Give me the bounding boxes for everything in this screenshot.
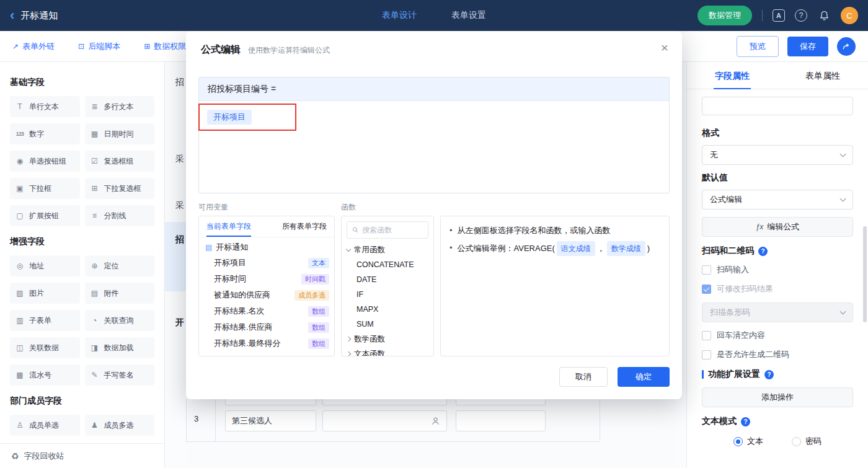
checkbox-box[interactable] xyxy=(702,265,711,275)
sidebar-item-location[interactable]: ⊕定位 xyxy=(85,255,155,276)
tab-all-form-fields[interactable]: 所有表单字段 xyxy=(282,216,327,237)
group-label: 常用函数 xyxy=(354,245,385,255)
avatar[interactable]: C xyxy=(841,7,858,24)
close-icon[interactable]: × xyxy=(661,41,668,54)
chevron-down-icon xyxy=(840,195,846,201)
function-group-common[interactable]: 常用函数 xyxy=(342,242,433,257)
help-icon[interactable]: ? xyxy=(795,9,807,22)
sidebar-item-datetime[interactable]: ▦日期时间 xyxy=(85,123,155,144)
item-label: 流水号 xyxy=(29,370,51,381)
data-manage-button[interactable]: 数据管理 xyxy=(698,6,752,25)
function-item-date[interactable]: DATE xyxy=(342,272,433,287)
sidebar-item-subform[interactable]: ▥子表单 xyxy=(10,310,80,331)
function-search[interactable] xyxy=(347,221,428,239)
field-title-input[interactable] xyxy=(702,97,853,115)
sidebar-item-signature[interactable]: ✎手写签名 xyxy=(85,364,155,386)
toolbar-item-backend-script[interactable]: ⊡ 后端脚本 xyxy=(78,41,120,52)
help-icon[interactable]: ? xyxy=(741,417,750,426)
radio-icon[interactable] xyxy=(792,437,801,446)
radio-password-mode[interactable]: 密码 xyxy=(792,436,822,447)
variable-field[interactable]: 开标结果.名次 数组 xyxy=(199,303,334,319)
section-accent-bar xyxy=(702,370,704,379)
formula-field-chip[interactable]: 开标项目 xyxy=(207,110,252,125)
tab-form-settings[interactable]: 表单设置 xyxy=(451,10,486,21)
sidebar-item-serial-number[interactable]: ▩流水号 xyxy=(10,364,80,386)
sidebar-item-member-multi[interactable]: ♟成员多选 xyxy=(85,415,155,436)
cancel-button[interactable]: 取消 xyxy=(559,367,608,387)
sidebar-item-data-load[interactable]: ◨数据加载 xyxy=(85,337,155,358)
save-button[interactable]: 保存 xyxy=(787,37,828,56)
table-border xyxy=(186,441,600,442)
sidebar-item-divider[interactable]: ≡分割线 xyxy=(85,205,155,226)
language-icon[interactable]: A xyxy=(773,9,785,22)
function-item-concatenate[interactable]: CONCATENATE xyxy=(342,257,433,272)
checkbox-enter-clear[interactable]: 回车清空内容 xyxy=(702,330,853,341)
chevron-right-icon xyxy=(346,337,351,342)
sidebar-item-multi-line-text[interactable]: ≣多行文本 xyxy=(85,96,155,117)
radio-selected-icon[interactable] xyxy=(733,437,743,446)
sidebar-item-dropdown[interactable]: ▣下拉框 xyxy=(10,178,80,199)
confirm-button[interactable]: 确定 xyxy=(618,367,670,387)
checkbox-scan-input[interactable]: 扫码输入 xyxy=(702,264,853,275)
sidebar-item-linked-query[interactable]: ◔关联查询 xyxy=(85,310,155,331)
edit-formula-button[interactable]: ƒx 编辑公式 xyxy=(702,217,853,237)
sidebar-item-image[interactable]: ▨图片 xyxy=(10,283,80,304)
checkbox-allow-qr[interactable]: 是否允许生成二维码 xyxy=(702,349,853,360)
sidebar-item-extend-button[interactable]: ▢扩展按钮 xyxy=(10,205,80,226)
add-action-button[interactable]: 添加操作 xyxy=(702,387,853,407)
variable-field[interactable]: 开标时间 时间戳 xyxy=(199,271,334,287)
formula-input-area[interactable]: 开标项目 xyxy=(199,101,669,193)
divider-icon: ≡ xyxy=(90,211,100,220)
variable-field[interactable]: 开标结果.最终得分 数组 xyxy=(199,335,334,351)
back-icon[interactable]: ‹ xyxy=(10,9,14,22)
toolbar-item-data-permission[interactable]: ⊞ 数据权限 xyxy=(144,41,186,52)
variable-name: 开标结果.名次 xyxy=(214,306,265,317)
sidebar-item-attachment[interactable]: ▤附件 xyxy=(85,283,155,304)
function-item-sum[interactable]: SUM xyxy=(342,317,433,332)
variable-field[interactable]: 被通知的供应商 成员多选 xyxy=(199,287,334,303)
field-recycle-bin[interactable]: ♻ 字段回收站 xyxy=(0,443,164,468)
help-icon[interactable]: ? xyxy=(764,370,774,379)
toolbar-item-external-link[interactable]: ↗ 表单外链 xyxy=(12,41,55,52)
example-field-chip: 数学成绩 xyxy=(607,241,645,256)
function-search-input[interactable] xyxy=(362,226,423,234)
sidebar-item-radio-group[interactable]: ◉单选按钮组 xyxy=(10,151,80,172)
format-select[interactable]: 无 xyxy=(702,145,853,165)
function-group-math[interactable]: 数学函数 xyxy=(342,332,433,347)
sidebar-item-checkbox-group[interactable]: ☑复选框组 xyxy=(85,151,155,172)
function-item-mapx[interactable]: MAPX xyxy=(342,302,433,317)
default-value-select[interactable]: 公式编辑 xyxy=(702,190,853,210)
panel-scrollbar[interactable] xyxy=(863,226,867,322)
checkbox-box[interactable] xyxy=(702,350,711,360)
candidate-name-cell[interactable]: 第三候选人 xyxy=(225,410,316,431)
share-button[interactable] xyxy=(837,37,856,56)
tab-form-properties[interactable]: 表单属性 xyxy=(777,62,868,89)
sidebar-item-single-line-text[interactable]: T单行文本 xyxy=(10,96,80,117)
sidebar-item-member-single[interactable]: ♙成员单选 xyxy=(10,415,80,436)
function-item-if[interactable]: IF xyxy=(342,287,433,302)
empty-cell[interactable] xyxy=(456,410,546,431)
checkbox-box[interactable] xyxy=(702,331,711,340)
form-root-node[interactable]: ▤ 开标通知 xyxy=(199,240,334,255)
sidebar-item-multi-dropdown[interactable]: ⊞下拉复选框 xyxy=(85,178,155,199)
formula-edit-modal: 公式编辑 使用数学运算符编辑公式 × 招投标项目编号 = 开标项目 可用变量 函… xyxy=(186,31,682,399)
sidebar-item-number[interactable]: 123数字 xyxy=(10,123,80,144)
tab-form-design[interactable]: 表单设计 xyxy=(382,10,417,21)
tab-current-form-fields[interactable]: 当前表单字段 xyxy=(206,216,251,237)
sidebar-item-address[interactable]: ◎地址 xyxy=(10,255,80,276)
bell-icon[interactable] xyxy=(817,9,831,22)
variable-field[interactable]: 开标项目 文本 xyxy=(199,255,334,271)
hint-line: • 从左侧面板选择字段名和函数，或输入函数 xyxy=(450,224,660,237)
modal-subtitle: 使用数学运算符编辑公式 xyxy=(248,45,330,56)
function-group-text[interactable]: 文本函数 xyxy=(342,347,433,356)
radio-text-mode[interactable]: 文本 xyxy=(733,436,763,447)
member-select-cell[interactable] xyxy=(322,410,447,431)
tab-field-properties[interactable]: 字段属性 xyxy=(687,62,777,89)
text-mode-radios: 文本 密码 xyxy=(702,436,853,447)
variable-field[interactable]: 开标结果.供应商 数组 xyxy=(199,319,334,335)
checkbox-box-checked[interactable] xyxy=(702,285,711,294)
preview-button[interactable]: 预览 xyxy=(737,36,779,57)
sidebar-item-linked-data[interactable]: ◫关联数据 xyxy=(10,337,80,358)
help-icon[interactable]: ? xyxy=(758,247,768,256)
checkbox-modify-scan-result[interactable]: 可修改扫码结果 xyxy=(702,283,853,294)
